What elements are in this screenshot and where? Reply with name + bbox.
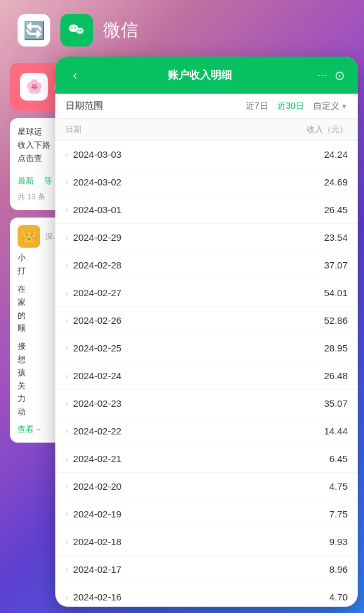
more-icon[interactable]: ··· <box>317 69 327 82</box>
red-icon: 🌸 <box>20 73 48 101</box>
row-left: › 2024-02-17 <box>65 564 121 575</box>
chevron-icon: › <box>65 454 68 463</box>
row-left: › 2024-02-21 <box>65 453 121 464</box>
row-amount: 23.54 <box>324 232 348 243</box>
refresh-app-icon[interactable]: 🔄 <box>18 14 50 47</box>
row-date: 2024-02-24 <box>73 370 121 381</box>
back-button[interactable]: ‹ <box>68 65 82 85</box>
chevron-icon: › <box>65 371 68 380</box>
row-date: 2024-02-17 <box>73 564 121 575</box>
row-date: 2024-02-28 <box>73 260 121 270</box>
col-date-header: 日期 <box>65 124 82 135</box>
wechat-app-icon[interactable] <box>60 14 93 47</box>
row-date: 2024-03-03 <box>73 149 121 160</box>
transaction-row[interactable]: › 2024-02-16 4.70 <box>55 583 358 607</box>
table-header: 日期 收入（元） <box>55 119 358 141</box>
transaction-row[interactable]: › 2024-02-22 14.44 <box>55 417 358 445</box>
svg-point-1 <box>76 28 84 34</box>
row-date: 2024-02-25 <box>73 343 121 353</box>
row-date: 2024-02-26 <box>73 315 121 326</box>
row-amount: 4.75 <box>329 481 348 492</box>
row-amount: 8.96 <box>329 564 348 575</box>
transaction-row[interactable]: › 2024-02-27 54.01 <box>55 279 358 307</box>
row-date: 2024-02-29 <box>73 232 121 243</box>
filter-custom-label: 自定义 <box>313 101 339 112</box>
row-left: › 2024-02-20 <box>65 481 121 492</box>
row-amount: 26.48 <box>324 370 348 381</box>
filter-label: 日期范围 <box>65 100 103 112</box>
transaction-row[interactable]: › 2024-02-18 9.93 <box>55 528 358 556</box>
transaction-row[interactable]: › 2024-02-21 6.45 <box>55 445 358 473</box>
transaction-row[interactable]: › 2024-03-02 24.69 <box>55 168 358 196</box>
row-left: › 2024-02-26 <box>65 315 121 326</box>
transaction-row[interactable]: › 2024-02-23 35.07 <box>55 390 358 417</box>
row-date: 2024-02-27 <box>73 287 121 298</box>
transaction-row[interactable]: › 2024-03-01 26.45 <box>55 196 358 224</box>
row-left: › 2024-02-28 <box>65 260 121 270</box>
filter-7days[interactable]: 近7日 <box>246 101 268 112</box>
svg-point-5 <box>80 30 82 31</box>
row-left: › 2024-02-22 <box>65 426 121 436</box>
chevron-icon: › <box>65 565 68 574</box>
row-left: › 2024-02-29 <box>65 232 121 243</box>
svg-point-2 <box>71 27 72 28</box>
row-amount: 6.45 <box>329 453 348 464</box>
transaction-row[interactable]: › 2024-02-28 37.07 <box>55 251 358 279</box>
row-date: 2024-02-22 <box>73 426 121 436</box>
row-date: 2024-03-02 <box>73 177 121 187</box>
row-amount: 37.07 <box>324 260 348 270</box>
row-date: 2024-02-21 <box>73 453 121 464</box>
nav-tab-etc: 等 <box>44 175 52 187</box>
chevron-icon: › <box>65 150 68 159</box>
transaction-row[interactable]: › 2024-02-20 4.75 <box>55 473 358 500</box>
row-left: › 2024-02-24 <box>65 370 121 381</box>
row-amount: 4.70 <box>329 592 348 602</box>
row-amount: 52.86 <box>324 315 348 326</box>
transaction-row[interactable]: › 2024-03-03 24.24 <box>55 141 358 168</box>
row-amount: 7.75 <box>329 509 348 519</box>
transaction-row[interactable]: › 2024-02-25 28.95 <box>55 334 358 362</box>
row-date: 2024-03-01 <box>73 204 121 215</box>
wechat-app-name: 微信 <box>103 18 138 42</box>
row-amount: 54.01 <box>324 287 348 298</box>
chevron-icon: › <box>65 592 68 602</box>
wechat-card: ‹ 账户收入明细 ··· ⊙ 日期范围 近7日 近30日 自定义 ▼ 日期 收入… <box>55 57 358 607</box>
row-date: 2024-02-23 <box>73 398 121 409</box>
svg-point-3 <box>74 27 75 28</box>
chevron-icon: › <box>65 482 68 491</box>
row-amount: 24.69 <box>324 177 348 187</box>
card-header: ‹ 账户收入明细 ··· ⊙ <box>55 57 358 94</box>
row-left: › 2024-02-18 <box>65 536 121 547</box>
transaction-row[interactable]: › 2024-02-29 23.54 <box>55 224 358 251</box>
filter-30days[interactable]: 近30日 <box>277 101 305 112</box>
transaction-row[interactable]: › 2024-02-19 7.75 <box>55 500 358 528</box>
transaction-row[interactable]: › 2024-02-24 26.48 <box>55 362 358 390</box>
row-date: 2024-02-20 <box>73 481 121 492</box>
row-date: 2024-02-18 <box>73 536 121 547</box>
transaction-list: › 2024-03-03 24.24 › 2024-03-02 24.69 › … <box>55 141 358 607</box>
filter-options: 近7日 近30日 自定义 ▼ <box>246 101 348 112</box>
row-left: › 2024-03-02 <box>65 177 121 187</box>
row-amount: 24.24 <box>324 149 348 160</box>
transaction-row[interactable]: › 2024-02-26 52.86 <box>55 307 358 334</box>
chevron-icon: › <box>65 509 68 519</box>
chevron-icon: › <box>65 177 68 187</box>
row-left: › 2024-02-23 <box>65 398 121 409</box>
record-icon[interactable]: ⊙ <box>334 68 345 83</box>
chevron-icon: › <box>65 233 68 242</box>
row-left: › 2024-02-16 <box>65 592 121 602</box>
chevron-icon: › <box>65 316 68 325</box>
chevron-icon: › <box>65 426 68 436</box>
row-amount: 14.44 <box>324 426 348 436</box>
filter-custom[interactable]: 自定义 ▼ <box>313 101 348 112</box>
header-title: 账户收入明细 <box>168 68 232 82</box>
row-amount: 26.45 <box>324 204 348 215</box>
chevron-icon: › <box>65 205 68 214</box>
row-left: › 2024-03-03 <box>65 149 121 160</box>
row-amount: 28.95 <box>324 343 348 353</box>
chevron-icon: › <box>65 343 68 353</box>
chevron-icon: › <box>65 537 68 546</box>
row-amount: 35.07 <box>324 398 348 409</box>
header-actions: ··· ⊙ <box>317 68 345 83</box>
transaction-row[interactable]: › 2024-02-17 8.96 <box>55 556 358 583</box>
